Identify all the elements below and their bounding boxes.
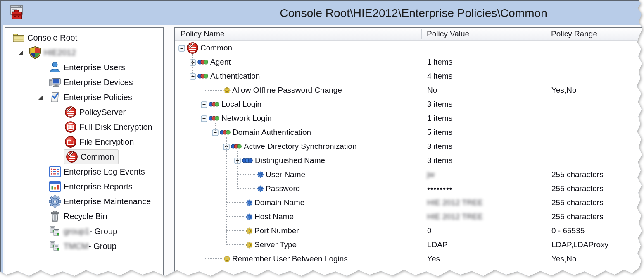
policy-name-label: Authentication: [210, 72, 260, 81]
sidebar-item-enterprise-log-events[interactable]: Enterprise Log Events: [5, 164, 163, 179]
sidebar-item-label: Enterprise Users: [64, 63, 125, 72]
sidebar-item-enterprise-users[interactable]: Enterprise Users: [5, 60, 163, 75]
column-policy-name[interactable]: Policy Name: [175, 28, 225, 41]
policy-name-cell: Domain Authentication: [175, 128, 421, 137]
sidebar-item-label: Common: [81, 152, 114, 162]
policy-row-remember-user-between-logins[interactable]: Remember User Between LoginsYesYes,No: [175, 252, 644, 266]
policy-row-agent[interactable]: Agent1 items: [175, 55, 644, 69]
policy-range: 255 characters: [546, 170, 644, 179]
sidebar-item-common[interactable]: Common: [5, 149, 163, 164]
console-body: Console Root HIE2012 Enterprise Users En…: [3, 25, 644, 280]
window-title: Console Root\HIE2012\Enterprise Policies…: [1, 1, 644, 25]
column-policy-range[interactable]: Policy Range: [546, 28, 597, 41]
screenshot: Console Root\HIE2012\Enterprise Policies…: [0, 0, 644, 280]
recyclebin-icon: [48, 210, 62, 223]
policy-name-cell: Server Type: [175, 240, 421, 249]
policy-choice-icon: [223, 87, 231, 94]
sidebar-item-hie2012[interactable]: HIE2012: [5, 45, 163, 60]
policyserver-icon: [64, 105, 77, 119]
sidebar-item-enterprise-maintenance[interactable]: Enterprise Maintenance: [5, 194, 163, 209]
policy-group-icon: [220, 129, 231, 135]
policy-value: 1 items: [421, 57, 546, 67]
column-policy-value[interactable]: Policy Value: [421, 28, 469, 41]
common-icon: [65, 150, 78, 163]
tree-connector: [226, 216, 244, 217]
policy-name-label: Port Number: [254, 226, 299, 235]
policy-row-server-type[interactable]: Server TypeLDAPLDAP,LDAProxy: [175, 238, 644, 252]
policy-name-label: Host Name: [254, 212, 294, 221]
policy-value: ••••••••: [421, 184, 546, 193]
sidebar-item-suffix: - Group: [89, 227, 117, 236]
policy-value: HIE 2012 TREE: [421, 212, 546, 221]
policy-name-label: Local Login: [221, 100, 261, 109]
policy-name-cell: Allow Offline Password Change: [175, 86, 421, 95]
policy-value: Yes: [421, 254, 546, 263]
policy-range: 255 characters: [546, 184, 644, 193]
tree-connector: [204, 90, 222, 91]
policy-row-domain-authentication[interactable]: Domain Authentication5 items: [175, 125, 644, 139]
policy-value: HIE 2012 TREE: [421, 198, 546, 207]
policy-row-user-name[interactable]: User Namejw255 characters: [175, 168, 644, 182]
policy-group-blue-icon: [242, 158, 253, 163]
policy-row-distinguished-name[interactable]: Distinguished Name3 items: [175, 153, 644, 168]
sidebar-item-enterprise-devices[interactable]: Enterprise Devices: [5, 75, 163, 90]
expand-triangle-icon[interactable]: [17, 50, 29, 55]
policy-value: jw: [421, 170, 546, 179]
sidebar-item-label: Recycle Bin: [64, 212, 107, 221]
policy-row-active-directory-synchronization[interactable]: Active Directory Synchronization3 items: [175, 139, 644, 153]
policy-value: 5 items: [421, 128, 546, 137]
sidebar-item-enterprise-policies[interactable]: Enterprise Policies: [5, 90, 163, 105]
expand-triangle-icon[interactable]: [37, 95, 48, 100]
tree-connector: [237, 188, 255, 189]
sidebar-item-label: TMCM: [64, 242, 88, 251]
sidebar-item-recycle-bin[interactable]: Recycle Bin: [5, 209, 163, 224]
policy-value: 3 items: [421, 156, 546, 165]
expander-minus-icon[interactable]: [178, 45, 185, 51]
policy-range: 255 characters: [546, 198, 644, 207]
tree-guide-line: [215, 123, 216, 132]
sidebar-item-label: Enterprise Maintenance: [64, 197, 151, 206]
tree-connector: [204, 258, 222, 259]
policy-choice-icon: [246, 242, 253, 249]
title-bar[interactable]: Console Root\HIE2012\Enterprise Policies…: [1, 1, 644, 25]
logevents-icon: [48, 165, 62, 178]
policy-row-password[interactable]: Password••••••••255 characters: [175, 182, 644, 196]
policy-name-label: Server Type: [254, 240, 297, 249]
user-icon: [48, 61, 62, 74]
group-icon: [48, 225, 62, 238]
policy-group-icon: [197, 59, 209, 65]
sidebar-item-policyserver[interactable]: PolicyServer: [5, 105, 163, 120]
policy-value: 3 items: [421, 100, 546, 109]
policy-value: 4 items: [421, 72, 546, 81]
policy-row-network-login[interactable]: Network Login1 items: [175, 111, 644, 125]
policy-row-domain-name[interactable]: Domain NameHIE 2012 TREE255 characters: [175, 196, 644, 210]
sidebar-item-group1[interactable]: group1 - Group: [5, 224, 163, 239]
list-header: Policy Name Policy Value Policy Range: [175, 28, 644, 41]
policy-name-label: Domain Authentication: [233, 128, 311, 137]
policy-row-host-name[interactable]: Host NameHIE 2012 TREE255 characters: [175, 210, 644, 224]
policy-row-allow-offline-password-change[interactable]: Allow Offline Password ChangeNoYes,No: [175, 83, 644, 97]
policy-row-common[interactable]: Common: [175, 41, 644, 55]
policy-name-cell: Domain Name: [175, 198, 421, 207]
policy-name-cell: Network Login: [175, 114, 421, 123]
policy-row-authentication[interactable]: Authentication4 items: [175, 69, 644, 83]
sidebar-item-tmcm[interactable]: TMCM - Group: [5, 239, 163, 254]
shield-icon: [29, 46, 42, 59]
sidebar-item-console-root[interactable]: Console Root: [5, 30, 163, 45]
policy-row-local-login[interactable]: Local Login3 items: [175, 97, 644, 111]
policy-range: Yes,No: [546, 254, 644, 263]
sidebar-item-label: Enterprise Policies: [64, 93, 132, 102]
policy-group-icon: [209, 101, 220, 107]
policy-value: No: [421, 86, 546, 95]
policy-text-icon: [246, 213, 253, 220]
tree-connector: [237, 174, 255, 175]
sidebar-item-label: HIE2012: [44, 48, 76, 57]
policy-name-label: Active Directory Synchronization: [244, 142, 357, 151]
tree-guide-line: [237, 151, 238, 189]
sidebar-item-full-disk-encryption[interactable]: Full Disk Encryption: [5, 120, 163, 134]
sidebar-item-enterprise-reports[interactable]: Enterprise Reports: [5, 179, 163, 194]
policy-range: LDAP,LDAProxy: [546, 240, 644, 249]
sidebar-item-file-encryption[interactable]: File Encryption: [5, 134, 163, 149]
policy-name-label: Distinguished Name: [255, 156, 325, 165]
policy-row-port-number[interactable]: Port Number00 - 65535: [175, 224, 644, 238]
